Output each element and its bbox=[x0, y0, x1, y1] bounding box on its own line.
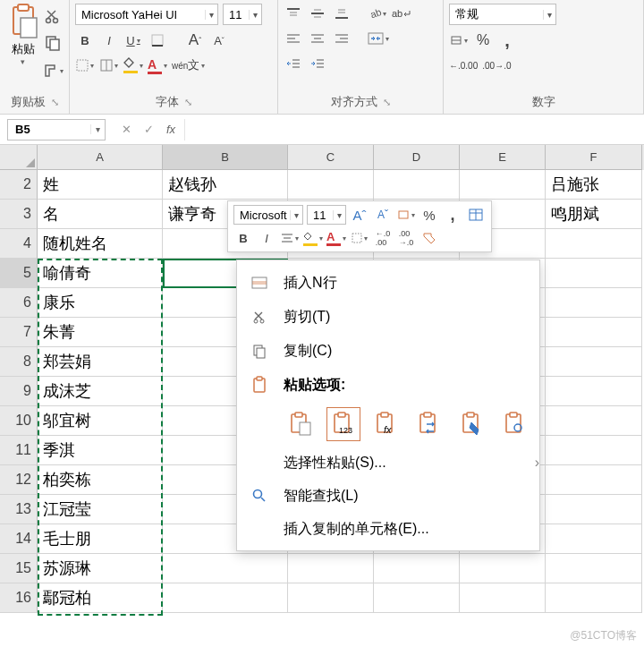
col-header[interactable]: D bbox=[374, 145, 460, 170]
fill-color-button[interactable] bbox=[123, 55, 143, 75]
cell[interactable] bbox=[460, 583, 546, 613]
align-center-icon[interactable] bbox=[308, 29, 327, 48]
ctx-paste-special[interactable]: 选择性粘贴(S)... › bbox=[237, 447, 539, 479]
cell[interactable] bbox=[288, 554, 374, 583]
dialog-launcher-icon[interactable]: ⤡ bbox=[51, 97, 59, 108]
mini-table-icon[interactable] bbox=[466, 205, 486, 225]
cell[interactable]: 江冠莹 bbox=[38, 495, 163, 524]
cell[interactable]: 苏源琳 bbox=[38, 554, 163, 583]
percent-button[interactable]: % bbox=[473, 30, 493, 50]
font-size-combo[interactable]: 11▾ bbox=[223, 4, 262, 25]
cell[interactable]: 朱菁 bbox=[38, 318, 163, 347]
mini-grow-font[interactable]: Aˆ bbox=[350, 205, 369, 225]
cell[interactable]: 赵钱孙 bbox=[163, 170, 288, 200]
merge-center-button[interactable] bbox=[368, 29, 389, 48]
col-header[interactable]: F bbox=[546, 145, 642, 170]
cell[interactable]: 鸣朋斌 bbox=[546, 200, 642, 229]
copy-icon[interactable] bbox=[44, 34, 62, 52]
cell[interactable] bbox=[546, 524, 642, 554]
cell[interactable] bbox=[546, 554, 642, 583]
ctx-smart-lookup[interactable]: 智能查找(L) bbox=[237, 479, 539, 513]
align-left-icon[interactable] bbox=[284, 29, 303, 48]
wrap-text-button[interactable]: ab bbox=[392, 4, 411, 23]
ctx-insert-n-rows[interactable]: 插入N行 bbox=[237, 266, 539, 300]
cell[interactable] bbox=[460, 170, 546, 200]
grow-font-button[interactable]: Aˆ bbox=[185, 30, 205, 50]
cell[interactable]: 喻倩奇 bbox=[38, 259, 163, 288]
row-header[interactable]: 15 bbox=[0, 554, 38, 583]
cell[interactable] bbox=[546, 288, 642, 318]
paste-transpose[interactable] bbox=[412, 407, 446, 441]
cell[interactable]: 毛士朋 bbox=[38, 524, 163, 554]
number-format-combo[interactable]: 常规▾ bbox=[449, 4, 556, 25]
increase-indent-icon[interactable] bbox=[308, 54, 327, 73]
cell[interactable] bbox=[546, 347, 642, 377]
mini-format-painter[interactable] bbox=[419, 228, 439, 248]
chevron-down-icon[interactable]: ▾ bbox=[90, 124, 105, 134]
cell[interactable] bbox=[546, 259, 642, 288]
paste-formatting[interactable] bbox=[455, 407, 489, 441]
cell[interactable] bbox=[546, 318, 642, 347]
paste-dropdown-icon[interactable]: ▾ bbox=[21, 57, 25, 66]
row-header[interactable]: 9 bbox=[0, 377, 38, 406]
col-header[interactable]: E bbox=[460, 145, 546, 170]
font-color-button[interactable]: A bbox=[148, 55, 167, 75]
align-bottom-icon[interactable] bbox=[332, 4, 352, 23]
cell[interactable] bbox=[288, 170, 374, 200]
cell[interactable]: 柏奕栋 bbox=[38, 465, 163, 495]
dialog-launcher-icon[interactable]: ⤡ bbox=[184, 97, 192, 108]
cell[interactable]: 名 bbox=[38, 200, 163, 229]
cell[interactable] bbox=[374, 583, 460, 613]
row-header[interactable]: 11 bbox=[0, 436, 38, 465]
row-header[interactable]: 16 bbox=[0, 583, 38, 613]
mini-font-combo[interactable]: Microsoft▾ bbox=[233, 205, 303, 225]
cell[interactable]: 邬宜树 bbox=[38, 406, 163, 436]
mini-comma[interactable]: , bbox=[443, 205, 462, 225]
mini-fontcolor[interactable]: A bbox=[326, 228, 346, 248]
row-header[interactable]: 10 bbox=[0, 406, 38, 436]
decrease-indent-icon[interactable] bbox=[284, 54, 303, 73]
select-all-corner[interactable] bbox=[0, 145, 38, 170]
font-name-combo[interactable]: Microsoft YaHei UI▾ bbox=[75, 4, 218, 25]
decrease-decimal-button[interactable]: .00→.0 bbox=[482, 55, 511, 75]
cell[interactable] bbox=[546, 465, 642, 495]
formula-input[interactable] bbox=[184, 119, 644, 140]
cell[interactable] bbox=[546, 377, 642, 406]
cell[interactable] bbox=[374, 170, 460, 200]
cell[interactable]: 姓 bbox=[38, 170, 163, 200]
merge-button[interactable] bbox=[99, 55, 119, 75]
accounting-format-button[interactable] bbox=[449, 30, 469, 50]
row-header[interactable]: 3 bbox=[0, 200, 38, 229]
cell[interactable] bbox=[460, 554, 546, 583]
shrink-font-button[interactable]: Aˇ bbox=[209, 30, 229, 50]
cell[interactable]: 郑芸娟 bbox=[38, 347, 163, 377]
cell[interactable] bbox=[163, 554, 288, 583]
cell[interactable] bbox=[546, 406, 642, 436]
mini-bold[interactable]: B bbox=[233, 228, 253, 248]
confirm-icon[interactable]: ✓ bbox=[144, 123, 154, 136]
row-header[interactable]: 13 bbox=[0, 495, 38, 524]
row-header[interactable]: 14 bbox=[0, 524, 38, 554]
border-button[interactable] bbox=[75, 55, 95, 75]
cell[interactable]: 康乐 bbox=[38, 288, 163, 318]
name-box[interactable]: B5 ▾ bbox=[7, 119, 106, 140]
row-header[interactable]: 5 bbox=[0, 259, 38, 288]
fx-icon[interactable]: fx bbox=[166, 123, 175, 136]
cell[interactable] bbox=[546, 229, 642, 259]
cell[interactable]: 吕施张 bbox=[546, 170, 642, 200]
col-header[interactable]: B bbox=[163, 145, 288, 170]
cell[interactable]: 鄢冠柏 bbox=[38, 583, 163, 613]
paste-formulas[interactable]: fx bbox=[369, 407, 403, 441]
row-header[interactable]: 4 bbox=[0, 229, 38, 259]
paste-all[interactable] bbox=[284, 407, 318, 441]
col-header[interactable]: A bbox=[38, 145, 163, 170]
cell[interactable] bbox=[546, 583, 642, 613]
cell[interactable]: 随机姓名 bbox=[38, 229, 163, 259]
col-header[interactable]: C bbox=[288, 145, 374, 170]
row-header[interactable]: 6 bbox=[0, 288, 38, 318]
paste-button[interactable]: 粘贴 ▾ bbox=[5, 4, 40, 66]
align-right-icon[interactable] bbox=[332, 29, 352, 48]
mini-fill[interactable] bbox=[303, 228, 323, 248]
paste-link[interactable] bbox=[498, 407, 532, 441]
row-header[interactable]: 8 bbox=[0, 347, 38, 377]
